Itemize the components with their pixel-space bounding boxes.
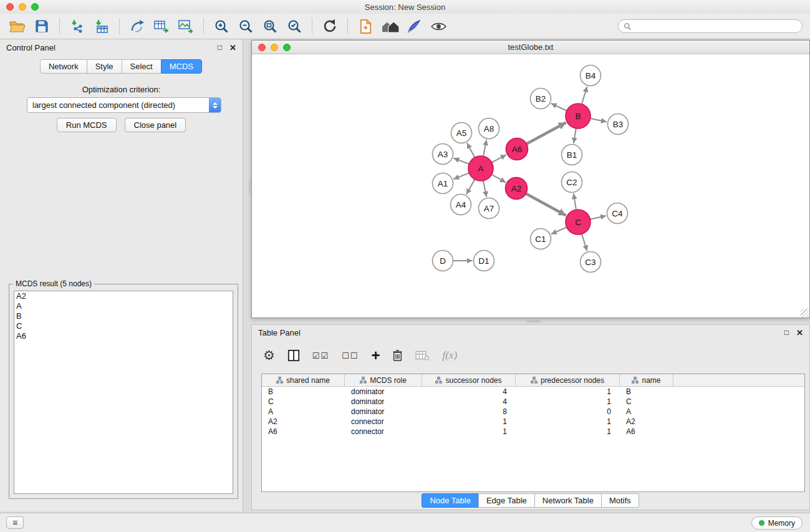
close-table-panel-icon[interactable]: ✕ (796, 328, 803, 337)
zoom-window-button[interactable] (31, 3, 39, 11)
column-header-predecessor-nodes[interactable]: predecessor nodes (516, 374, 620, 386)
run-mcds-button[interactable]: Run MCDS (57, 118, 117, 132)
node-B[interactable]: B (566, 104, 591, 128)
tab-mcds[interactable]: MCDS (161, 59, 202, 74)
table-row[interactable]: Adominator80A (262, 407, 804, 417)
node-C[interactable]: C (566, 210, 591, 235)
network-window-titlebar[interactable]: testGlobe.txt (252, 41, 809, 54)
minimize-button[interactable] (19, 3, 26, 11)
tab-node-table[interactable]: Node Table (422, 493, 479, 508)
network-zoom-button[interactable] (283, 44, 291, 51)
node-A1[interactable]: A1 (433, 173, 453, 194)
close-panel-button[interactable]: Close panel (125, 118, 186, 132)
function-builder-button[interactable]: f(x) (442, 347, 457, 364)
resize-grip[interactable] (801, 309, 809, 317)
node-A2[interactable]: A2 (506, 178, 528, 200)
tab-edge-table[interactable]: Edge Table (478, 493, 535, 508)
node-A8[interactable]: A8 (479, 118, 499, 139)
tab-network[interactable]: Network (40, 59, 87, 74)
refresh-layout-button[interactable] (320, 16, 340, 36)
table-row[interactable]: A6connector11A6 (262, 427, 804, 437)
deselect-all-button[interactable]: ☐☐ (342, 347, 359, 364)
add-column-button[interactable]: + (371, 347, 380, 364)
close-panel-icon[interactable]: ✕ (229, 43, 236, 52)
node-label: D (440, 256, 446, 266)
node-C4[interactable]: C4 (607, 203, 628, 224)
table-row[interactable]: Cdominator41C (262, 397, 804, 407)
zoom-in-button[interactable] (211, 16, 231, 36)
table-settings-button[interactable]: ⚙ (263, 347, 275, 364)
delete-column-button[interactable] (392, 347, 403, 364)
tab-style[interactable]: Style (87, 59, 122, 74)
mcds-result-item[interactable]: C (14, 321, 233, 331)
toolbar-separator (347, 18, 348, 34)
network-close-button[interactable] (258, 44, 266, 51)
task-history-button[interactable]: ≡ (6, 516, 24, 529)
memory-button[interactable]: Memory (751, 516, 803, 530)
select-all-button[interactable]: ☑☑ (312, 347, 329, 364)
home-button[interactable] (380, 16, 400, 36)
node-C1[interactable]: C1 (531, 229, 551, 249)
table-toolbar: ⚙ ☑☑ ☐☐ + f(x) (258, 344, 462, 367)
import-table-button[interactable] (92, 16, 112, 36)
table-cell: C (620, 397, 673, 406)
float-panel-icon[interactable]: □ (218, 43, 222, 52)
open-session-button[interactable] (7, 16, 27, 36)
network-minimize-button[interactable] (271, 44, 278, 51)
table-row[interactable]: A2connector11A2 (262, 417, 804, 427)
search-input[interactable] (635, 22, 797, 31)
export-table-button[interactable] (152, 16, 171, 36)
mcds-result-item[interactable]: A2 (14, 291, 233, 301)
float-table-panel-icon[interactable]: □ (784, 328, 789, 337)
node-A[interactable]: A (468, 156, 493, 181)
attribute-type-icon (435, 377, 442, 384)
node-B1[interactable]: B1 (562, 145, 582, 165)
column-header-shared-name[interactable]: shared name (262, 374, 345, 386)
import-network-button[interactable] (67, 16, 87, 36)
vertical-splitter-handle[interactable] (249, 180, 251, 193)
zoom-selected-button[interactable] (284, 16, 304, 36)
mcds-result-item[interactable]: A6 (14, 331, 233, 341)
mcds-result-list[interactable]: A2ABCA6 (14, 291, 233, 494)
show-columns-button[interactable] (287, 347, 300, 364)
mcds-result-item[interactable]: A (14, 301, 233, 311)
table-row[interactable]: Bdominator41B (262, 387, 804, 397)
node-A7[interactable]: A7 (479, 198, 499, 219)
node-B4[interactable]: B4 (581, 65, 601, 86)
save-session-button[interactable] (32, 16, 52, 36)
mcds-result-item[interactable]: B (14, 311, 233, 321)
node-A3[interactable]: A3 (433, 144, 453, 165)
delete-table-icon (415, 350, 430, 362)
column-header-MCDS-role[interactable]: MCDS role (345, 374, 422, 386)
export-image-button[interactable] (176, 16, 196, 36)
node-A6[interactable]: A6 (506, 138, 528, 160)
node-C3[interactable]: C3 (581, 252, 601, 273)
node-label: A2 (511, 184, 522, 193)
horizontal-splitter-handle[interactable] (527, 320, 541, 322)
node-label: A8 (484, 124, 494, 133)
node-A4[interactable]: A4 (451, 195, 471, 215)
network-canvas[interactable]: B4B2BB3A5A8A6B1A3AC2A1A2A4A7CC4C1C3DD1 (252, 54, 809, 317)
tab-network-table[interactable]: Network Table (534, 493, 602, 508)
close-button[interactable] (6, 3, 14, 11)
zoom-out-button[interactable] (236, 16, 256, 36)
refresh-icon (322, 19, 337, 34)
column-header-successor-nodes[interactable]: successor nodes (422, 374, 516, 386)
tab-select[interactable]: Select (122, 59, 162, 74)
delete-table-button[interactable] (415, 347, 430, 364)
node-A5[interactable]: A5 (451, 123, 472, 143)
zoom-fit-button[interactable] (260, 16, 280, 36)
node-D[interactable]: D (433, 251, 453, 271)
style-brush-button[interactable] (404, 16, 424, 36)
tab-motifs[interactable]: Motifs (601, 493, 639, 508)
node-C2[interactable]: C2 (562, 172, 582, 193)
show-hide-button[interactable] (428, 16, 448, 36)
node-D1[interactable]: D1 (474, 251, 494, 271)
network-document-button[interactable] (355, 16, 375, 36)
node-B3[interactable]: B3 (608, 114, 629, 135)
column-header-name[interactable]: name (620, 374, 673, 386)
criterion-dropdown[interactable]: largest connected component (directed) (27, 97, 221, 113)
search-box[interactable] (618, 19, 803, 33)
export-network-button[interactable] (127, 16, 147, 36)
node-B2[interactable]: B2 (531, 89, 551, 109)
